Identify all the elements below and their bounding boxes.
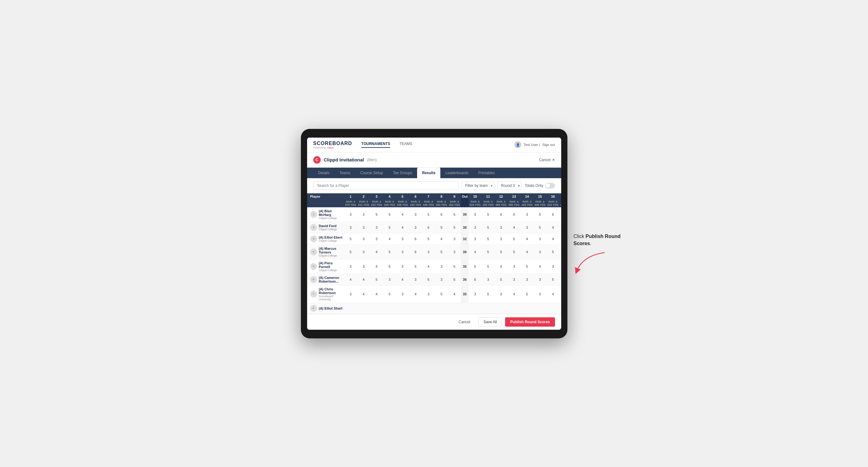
score-in-13[interactable]: 5	[507, 233, 521, 245]
score-out-6[interactable]: 3	[409, 222, 422, 233]
score-out-1[interactable]: 3	[344, 207, 357, 222]
filter-team-select[interactable]: Filter by team	[462, 181, 494, 190]
score-out-3[interactable]: 4	[370, 245, 383, 259]
sign-out-link[interactable]: Sign out	[542, 143, 555, 147]
tab-course-setup[interactable]: Course Setup	[355, 168, 388, 178]
score-out-8[interactable]: 5	[435, 245, 448, 259]
score-out-4[interactable]: 4	[383, 233, 396, 245]
score-in-12[interactable]: 3	[495, 233, 507, 245]
cancel-button[interactable]: Cancel ✕	[539, 158, 555, 162]
score-out-6[interactable]: 4	[409, 285, 422, 303]
score-in-13[interactable]: 3	[507, 274, 521, 285]
score-out-3[interactable]: 4	[370, 259, 383, 274]
score-out-5[interactable]: 4	[396, 207, 409, 222]
score-out-8[interactable]: 5	[435, 222, 448, 233]
score-out-4[interactable]: 5	[383, 222, 396, 233]
score-in-14[interactable]: 4	[521, 233, 534, 245]
score-in-15[interactable]: 3	[533, 274, 546, 285]
score-in-10[interactable]: 3	[469, 207, 482, 222]
score-in-13[interactable]: 3	[507, 259, 521, 274]
tab-tee-groups[interactable]: Tee Groups	[388, 168, 417, 178]
score-in-13[interactable]: 4	[507, 222, 521, 233]
score-out-2[interactable]: 3	[357, 245, 370, 259]
score-out-5[interactable]: 4	[396, 222, 409, 233]
score-out-2[interactable]: 4	[357, 274, 370, 285]
score-out-9[interactable]: 5	[448, 259, 461, 274]
score-out-9[interactable]: 5	[448, 222, 461, 233]
score-in-14[interactable]: 3	[521, 222, 534, 233]
score-in-17[interactable]: 5	[559, 259, 561, 274]
score-out-4[interactable]: 5	[383, 259, 396, 274]
score-in-17[interactable]: 3	[559, 285, 561, 303]
score-out-7[interactable]: 3	[422, 245, 435, 259]
score-out-5[interactable]: 4	[396, 274, 409, 285]
score-in-12[interactable]: 4	[495, 259, 507, 274]
score-in-14[interactable]: 5	[521, 259, 534, 274]
score-out-6[interactable]: 6	[409, 245, 422, 259]
score-in-16[interactable]: 6	[546, 207, 559, 222]
score-out-2[interactable]: 3	[357, 207, 370, 222]
score-in-11[interactable]: 5	[482, 245, 495, 259]
score-in-14[interactable]: 4	[521, 245, 534, 259]
totals-only-switch[interactable]	[545, 183, 555, 188]
score-out-7[interactable]: 3	[422, 285, 435, 303]
score-out-9[interactable]: 5	[448, 274, 461, 285]
score-out-5[interactable]: 3	[396, 259, 409, 274]
score-in-11[interactable]: 5	[482, 285, 495, 303]
score-out-5[interactable]: 3	[396, 285, 409, 303]
score-in-16[interactable]: 4	[546, 222, 559, 233]
score-out-9[interactable]: 3	[448, 245, 461, 259]
tab-results[interactable]: Results	[417, 168, 440, 178]
score-in-17[interactable]: 6	[559, 233, 561, 245]
score-out-6[interactable]: 3	[409, 207, 422, 222]
score-in-11[interactable]: 3	[482, 274, 495, 285]
score-out-3[interactable]: 4	[370, 285, 383, 303]
score-out-4[interactable]: 5	[383, 285, 396, 303]
score-out-2[interactable]: 4	[357, 285, 370, 303]
score-out-1[interactable]: 5	[344, 245, 357, 259]
score-out-3[interactable]: 3	[370, 222, 383, 233]
score-in-15[interactable]: 3	[533, 245, 546, 259]
score-out-5[interactable]: 3	[396, 245, 409, 259]
score-in-15[interactable]: 5	[533, 207, 546, 222]
score-out-6[interactable]: 5	[409, 259, 422, 274]
score-in-10[interactable]: 5	[469, 259, 482, 274]
score-in-10[interactable]: 6	[469, 274, 482, 285]
score-out-6[interactable]: 6	[409, 233, 422, 245]
score-in-10[interactable]: 3	[469, 222, 482, 233]
score-in-11[interactable]: 5	[482, 222, 495, 233]
score-out-9[interactable]: 4	[448, 285, 461, 303]
score-in-11[interactable]: 5	[482, 259, 495, 274]
score-out-7[interactable]: 6	[422, 222, 435, 233]
score-out-8[interactable]: 5	[435, 285, 448, 303]
score-out-7[interactable]: 5	[422, 207, 435, 222]
score-out-1[interactable]: 5	[344, 233, 357, 245]
score-out-9[interactable]: 3	[448, 233, 461, 245]
tab-teams[interactable]: Teams	[334, 168, 355, 178]
score-in-15[interactable]: 4	[533, 259, 546, 274]
score-in-13[interactable]: 5	[507, 245, 521, 259]
score-out-1[interactable]: 4	[344, 274, 357, 285]
score-in-12[interactable]: 5	[495, 274, 507, 285]
score-out-7[interactable]: 4	[422, 259, 435, 274]
round-select[interactable]: Round 3	[497, 181, 522, 190]
score-out-5[interactable]: 3	[396, 233, 409, 245]
score-in-11[interactable]: 5	[482, 207, 495, 222]
score-in-17[interactable]: 5	[559, 207, 561, 222]
score-in-16[interactable]: 4	[546, 285, 559, 303]
score-in-14[interactable]: 3	[521, 274, 534, 285]
score-in-14[interactable]: 3	[521, 207, 534, 222]
score-out-4[interactable]: 5	[383, 245, 396, 259]
nav-teams[interactable]: TEAMS	[399, 142, 412, 148]
score-in-13[interactable]: 5	[507, 207, 521, 222]
tab-details[interactable]: Details	[313, 168, 335, 178]
score-out-2[interactable]: 3	[357, 233, 370, 245]
score-out-4[interactable]: 5	[383, 207, 396, 222]
score-out-3[interactable]: 5	[370, 207, 383, 222]
tab-leaderboards[interactable]: Leaderboards	[440, 168, 473, 178]
score-out-4[interactable]: 3	[383, 274, 396, 285]
footer-cancel-button[interactable]: Cancel	[454, 317, 475, 326]
score-out-2[interactable]: 3	[357, 222, 370, 233]
score-in-12[interactable]: 3	[495, 222, 507, 233]
score-in-17[interactable]: 4	[559, 245, 561, 259]
